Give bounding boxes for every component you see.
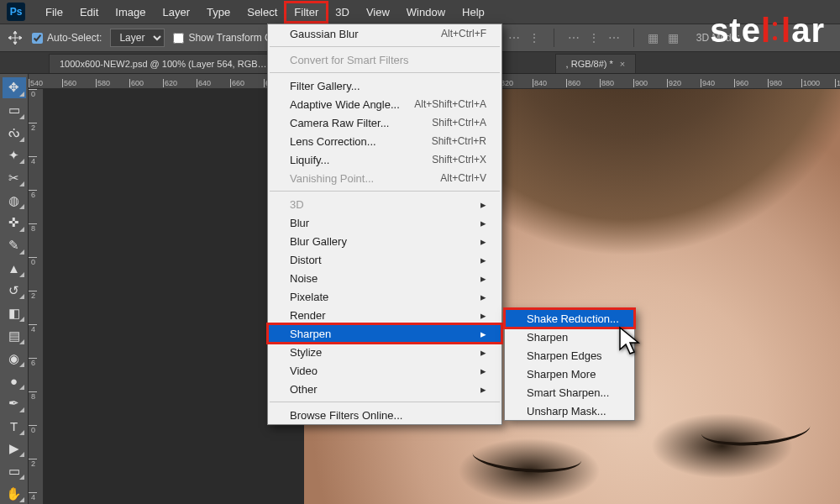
menu-item-noise[interactable]: Noise▸	[268, 269, 501, 287]
menu-item-smart-sharpen[interactable]: Smart Sharpen...	[505, 383, 634, 402]
menu-type[interactable]: Type	[198, 3, 239, 22]
menu-file[interactable]: File	[37, 3, 71, 22]
sharpen-submenu: Shake Reduction...SharpenSharpen EdgesSh…	[504, 308, 635, 421]
menu-item-label: Filter Gallery...	[290, 80, 360, 92]
menu-item-label: Distort	[290, 254, 322, 266]
clone-stamp-tool[interactable]: ▲	[3, 258, 26, 279]
arrange-icon[interactable]: ▦	[646, 31, 661, 45]
menu-window[interactable]: Window	[398, 3, 454, 22]
ruler-tick: 4	[29, 492, 43, 504]
menu-item-sharpen-more[interactable]: Sharpen More	[505, 365, 634, 383]
menu-item-render[interactable]: Render▸	[268, 306, 501, 324]
menu-item-label: Blur	[290, 217, 309, 229]
menu-separator	[270, 72, 500, 73]
menu-item-other[interactable]: Other▸	[268, 380, 501, 398]
pen-tool[interactable]: ✒	[3, 393, 26, 414]
menu-item-sharpen-edges[interactable]: Sharpen Edges	[505, 346, 634, 365]
menu-item-filter-gallery[interactable]: Filter Gallery...	[268, 76, 501, 95]
menu-item-label: Gaussian Blur	[290, 28, 359, 40]
menu-item-label: Video	[290, 365, 318, 377]
submenu-arrow-icon: ▸	[480, 198, 486, 211]
menu-item-blur[interactable]: Blur▸	[268, 213, 501, 232]
auto-select-target[interactable]: Layer	[110, 29, 165, 47]
menu-item-adaptive-wide-angle[interactable]: Adaptive Wide Angle...Alt+Shift+Ctrl+A	[268, 95, 501, 113]
dist-icon[interactable]: ⋯	[606, 31, 622, 45]
app-logo: Ps	[7, 3, 25, 21]
menu-item-blur-gallery[interactable]: Blur Gallery▸	[268, 232, 501, 250]
blur-tool[interactable]: ◉	[3, 348, 26, 369]
ruler-tick: 6	[29, 190, 43, 223]
healing-brush-tool[interactable]: ✜	[3, 213, 26, 234]
menu-item-shortcut: Alt+Ctrl+V	[440, 172, 486, 184]
menu-item-stylize[interactable]: Stylize▸	[268, 343, 501, 361]
menu-image[interactable]: Image	[107, 3, 154, 22]
document-tab[interactable]: , RGB/8#) * ×	[555, 54, 637, 73]
submenu-arrow-icon: ▸	[480, 346, 486, 359]
path-select-tool[interactable]: ▶	[3, 438, 26, 459]
submenu-arrow-icon: ▸	[480, 272, 486, 285]
menu-item-sharpen[interactable]: Sharpen▸	[268, 324, 501, 343]
menu-item-pixelate[interactable]: Pixelate▸	[268, 287, 501, 306]
dist-icon[interactable]: ⋮	[586, 31, 601, 45]
document-tab[interactable]: 840x504-NEW2.psd @ 100% (Layer 564, RGB…	[49, 54, 278, 73]
menu-item-label: Liquify...	[290, 154, 329, 166]
menu-edit[interactable]: Edit	[71, 3, 107, 22]
menu-view[interactable]: View	[358, 3, 398, 22]
menu-item-camera-raw-filter[interactable]: Camera Raw Filter...Shift+Ctrl+A	[268, 113, 501, 132]
menu-select[interactable]: Select	[239, 3, 286, 22]
dist-icon[interactable]: ⋯	[566, 31, 581, 45]
brush-tool[interactable]: ✎	[3, 235, 26, 256]
arrange-icon[interactable]: ▦	[666, 31, 681, 45]
shape-tool[interactable]: ▭	[3, 460, 26, 481]
lasso-tool[interactable]: ᔔ	[3, 123, 26, 144]
gradient-tool[interactable]: ▤	[3, 325, 26, 346]
menu-item-video[interactable]: Video▸	[268, 361, 501, 380]
dodge-tool[interactable]: ●	[3, 370, 26, 391]
menu-item-sharpen[interactable]: Sharpen	[505, 328, 634, 346]
menu-item-liquify[interactable]: Liquify...Shift+Ctrl+X	[268, 150, 501, 169]
ruler-tick: 880	[600, 79, 633, 87]
eraser-tool[interactable]: ◧	[3, 302, 26, 323]
menu-3d[interactable]: 3D	[327, 3, 358, 22]
menu-item-distort[interactable]: Distort▸	[268, 250, 501, 269]
menu-item-label: Sharpen	[527, 331, 568, 344]
menu-help[interactable]: Help	[454, 3, 493, 22]
ruler-tick: 4	[29, 156, 43, 190]
ruler-tick: 840	[533, 79, 566, 87]
marquee-tool[interactable]: ▭	[3, 100, 26, 121]
menu-item-label: Vanishing Point...	[290, 172, 374, 185]
menu-item-gaussian-blur[interactable]: Gaussian BlurAlt+Ctrl+F	[268, 24, 501, 43]
submenu-arrow-icon: ▸	[480, 291, 486, 303]
close-icon[interactable]: ×	[620, 59, 625, 69]
submenu-arrow-icon: ▸	[480, 254, 486, 266]
dist-icon[interactable]: ⋯	[507, 31, 522, 45]
auto-select-input[interactable]	[32, 33, 43, 44]
separator	[554, 29, 554, 47]
menu-item-shake-reduction[interactable]: Shake Reduction...	[505, 309, 634, 328]
menu-item-vanishing-point: Vanishing Point...Alt+Ctrl+V	[268, 169, 501, 187]
menu-item-label: Smart Sharpen...	[527, 386, 609, 399]
move-tool[interactable]: ✥	[3, 77, 26, 98]
type-tool[interactable]: T	[3, 416, 26, 437]
photoshop-window: Ps FileEditImageLayerTypeSelectFilter3DV…	[0, 0, 840, 504]
move-tool-icon	[7, 29, 24, 46]
history-brush-tool[interactable]: ↺	[3, 281, 26, 302]
show-transform-input[interactable]	[173, 33, 184, 44]
image-detail	[701, 419, 811, 449]
menu-separator	[270, 191, 500, 192]
auto-select-checkbox[interactable]: Auto-Select:	[32, 32, 102, 44]
menu-layer[interactable]: Layer	[155, 3, 199, 22]
menu-item-lens-correction[interactable]: Lens Correction...Shift+Ctrl+R	[268, 132, 501, 150]
dist-icon[interactable]: ⋮	[527, 31, 542, 45]
arrange-icons: ▦▦	[646, 31, 681, 45]
menu-filter[interactable]: Filter	[286, 3, 327, 22]
menu-item-label: Sharpen Edges	[527, 349, 602, 362]
menu-item-unsharp-mask[interactable]: Unsharp Mask...	[505, 402, 634, 420]
quick-select-tool[interactable]: ✦	[3, 145, 26, 166]
crop-tool[interactable]: ✂	[3, 167, 26, 188]
submenu-arrow-icon: ▸	[480, 383, 486, 396]
eyedropper-tool[interactable]: ◍	[3, 190, 26, 211]
menu-item-label: Noise	[290, 272, 318, 285]
menu-item-browse-filters-online[interactable]: Browse Filters Online...	[268, 406, 501, 424]
hand-tool[interactable]: ✋	[3, 483, 26, 504]
